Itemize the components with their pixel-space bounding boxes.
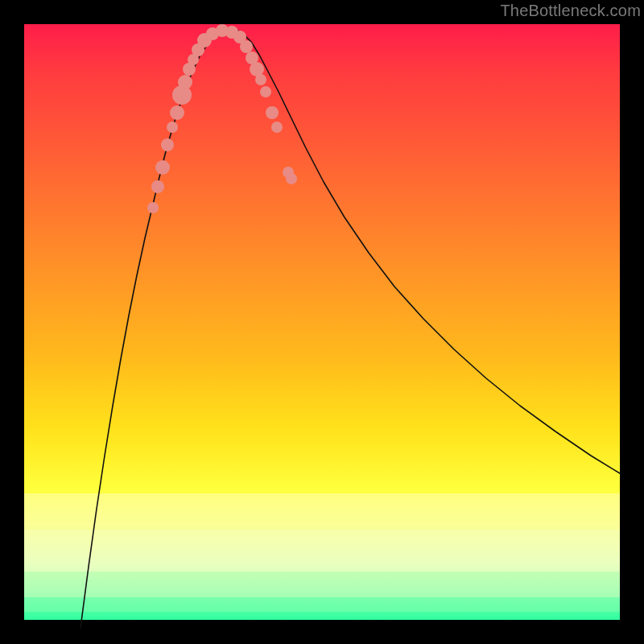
data-point — [170, 105, 184, 120]
data-point — [271, 122, 283, 133]
data-point — [161, 138, 174, 151]
data-point — [155, 160, 170, 175]
watermark-text: TheBottleneck.com — [500, 2, 641, 20]
data-point — [266, 106, 279, 119]
data-point — [178, 75, 192, 89]
data-point — [260, 86, 271, 97]
data-point — [255, 74, 266, 85]
data-point — [240, 40, 253, 53]
data-point — [286, 173, 297, 184]
data-points-group — [147, 24, 297, 213]
data-point — [167, 122, 178, 133]
bottleneck-curve — [80, 29, 620, 628]
chart-svg — [24, 24, 620, 620]
data-point — [151, 180, 164, 193]
data-point — [147, 202, 159, 213]
